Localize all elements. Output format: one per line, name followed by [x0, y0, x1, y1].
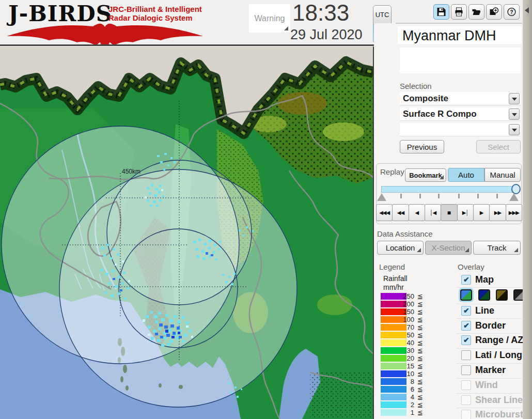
legend-lte-symbol: ≦ [417, 354, 423, 362]
legend-threshold-value: 250 [397, 292, 414, 300]
save-button[interactable] [433, 4, 449, 20]
save-icon [436, 7, 446, 17]
marker-checkbox[interactable] [461, 365, 471, 375]
panel-collapse-strip[interactable] [523, 0, 532, 419]
selection-dropdown-3[interactable] [400, 123, 521, 136]
overlay-item-label: Marker [475, 365, 506, 376]
overlay-item-label: Border [475, 320, 506, 331]
selection-dropdown-1[interactable]: Composite [400, 92, 521, 105]
bookmark-label: Bookmark [409, 172, 442, 179]
print-icon [454, 7, 464, 17]
x-section-label: X-Section [431, 243, 465, 252]
legend-lte-symbol: ≦ [417, 378, 423, 385]
legend-threshold-value: 10 [397, 370, 414, 378]
play-reverse-button[interactable]: ◀ [409, 204, 425, 221]
map-terrain: 450km [0, 46, 373, 419]
timeline-tick [400, 194, 402, 198]
range-ring-label: 450km [122, 168, 140, 175]
legend-threshold-value: 200 [397, 300, 414, 308]
overlay-item-label: Range / AZ [475, 335, 523, 346]
overlay-divider [457, 363, 522, 364]
manual-mode-button[interactable]: Manual [484, 168, 521, 182]
legend-lte-symbol: ≦ [417, 308, 423, 316]
map-style-swatch-3[interactable] [496, 289, 508, 301]
legend-lte-symbol: ≦ [417, 370, 423, 378]
location-label: Location [386, 243, 415, 252]
map-style-swatch-1[interactable] [460, 289, 472, 301]
selection-label: Selection [400, 82, 432, 90]
add-window-button[interactable] [486, 4, 502, 20]
open-folder-button[interactable] [468, 4, 484, 20]
timeline-end-marker[interactable] [509, 193, 519, 201]
timeline-tick [438, 194, 440, 198]
overlay-item-label: Lati / Long [475, 350, 522, 361]
overlay-item-line[interactable]: Line [458, 305, 522, 318]
wind-checkbox [461, 380, 471, 390]
help-button[interactable]: ? [504, 4, 520, 20]
skip-last-button[interactable]: ▶▶▶ [506, 204, 522, 221]
fast-forward-button[interactable]: ▶▶ [489, 204, 506, 221]
legend-lte-symbol: ≦ [417, 347, 423, 354]
legend-lte-symbol: ≦ [417, 401, 423, 409]
selection-dropdown-2[interactable]: Surface R Compo [400, 107, 521, 121]
legend-lte-symbol: ≦ [417, 331, 423, 339]
overlay-item-microburst: Microburst [458, 409, 522, 419]
track-button[interactable]: Track [473, 241, 521, 255]
auto-mode-button[interactable]: Auto [448, 168, 484, 182]
overlay-divider [457, 393, 522, 394]
timeline-start-marker[interactable] [377, 193, 386, 201]
chevron-down-icon[interactable] [509, 108, 520, 120]
location-button[interactable]: Location [377, 241, 424, 255]
legend-unit-line1: Rainfall [383, 274, 408, 283]
playback-controls: ◀◀◀ ◀◀ ◀ │◀ ■ ▶│ ▶ ▶▶ ▶▶▶ [376, 204, 522, 221]
warning-button[interactable]: Warning [249, 4, 290, 33]
timeline-tick [477, 194, 479, 198]
overlay-divider [457, 348, 522, 349]
eagle-logo-icon [4, 22, 206, 45]
play-button[interactable]: ▶ [473, 204, 490, 221]
title-input[interactable] [400, 48, 521, 73]
skip-first-button[interactable]: ◀◀◀ [376, 204, 393, 221]
timezone-utc-button[interactable]: UTC [373, 5, 392, 24]
bookmark-button[interactable]: Bookmark [405, 168, 446, 182]
legend-threshold-value: 2 [397, 401, 414, 409]
overlay-item-label: Line [475, 305, 494, 316]
line-checkbox[interactable] [461, 306, 471, 316]
overlay-divider [457, 333, 522, 334]
folder-open-icon [472, 7, 481, 17]
step-back-button[interactable]: │◀ [425, 204, 441, 221]
legend-threshold-value: 40 [397, 339, 414, 347]
select-label: Select [488, 143, 509, 151]
previous-button[interactable]: Previous [400, 140, 444, 153]
legend-threshold-value: 15 [397, 362, 414, 370]
map-checkbox[interactable] [461, 275, 471, 285]
overlay-divider [457, 287, 522, 288]
chevron-down-icon[interactable] [509, 124, 520, 135]
range-az-checkbox[interactable] [461, 335, 471, 345]
chevron-down-icon[interactable] [509, 93, 520, 104]
overlay-item-lati-long[interactable]: Lati / Long [458, 350, 522, 362]
stop-button[interactable]: ■ [441, 204, 457, 221]
border-checkbox[interactable] [461, 321, 471, 331]
radar-map[interactable]: 450km [0, 46, 373, 419]
replay-slider-thumb[interactable] [511, 184, 521, 194]
overlay-item-border[interactable]: Border [458, 320, 522, 333]
map-style-swatch-2[interactable] [478, 289, 490, 301]
track-label: Track [488, 243, 507, 252]
overlay-item-map[interactable]: Map [458, 274, 522, 287]
overlay-divider [457, 408, 522, 408]
step-forward-button[interactable]: ▶│ [457, 204, 474, 221]
x-section-button[interactable]: X-Section [425, 241, 472, 255]
shear-line-checkbox [461, 395, 471, 405]
print-button[interactable] [451, 4, 467, 20]
overlay-item-marker[interactable]: Marker [458, 365, 522, 377]
legend-lte-symbol: ≦ [417, 409, 423, 416]
auto-label: Auto [458, 170, 474, 179]
lati-long-checkbox[interactable] [461, 350, 471, 360]
legend-unit-line2: mm/hr [383, 283, 404, 291]
overlay-item-range-az[interactable]: Range / AZ [458, 335, 522, 347]
fast-rewind-button[interactable]: ◀◀ [392, 204, 409, 221]
select-button[interactable]: Select [476, 140, 521, 153]
collapse-arrow-icon [525, 7, 529, 13]
replay-timeline-slider[interactable] [381, 186, 517, 193]
